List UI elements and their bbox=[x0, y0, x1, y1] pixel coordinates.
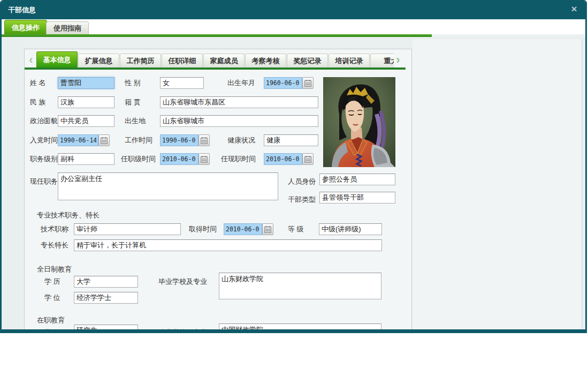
inner-tab-underline bbox=[25, 67, 406, 70]
onjob-school-label: 毕业学校及专业 bbox=[158, 327, 207, 333]
work-start-calendar-icon[interactable] bbox=[198, 134, 210, 146]
party-join-date-input[interactable] bbox=[58, 134, 98, 146]
specialty-label: 专长特长 bbox=[41, 239, 68, 251]
level-date-calendar-icon[interactable] bbox=[198, 153, 210, 165]
health-input[interactable] bbox=[264, 134, 318, 146]
onjob-edu-title: 在职教育 bbox=[37, 315, 65, 326]
tab-training-records[interactable]: 培训记录 bbox=[329, 54, 370, 67]
party-join-calendar-icon[interactable] bbox=[98, 134, 110, 146]
tab-post-details[interactable]: 任职详细 bbox=[162, 54, 203, 67]
onjob-degree-level-label: 学 历 bbox=[44, 327, 60, 333]
gender-label: 性 别 bbox=[125, 77, 141, 89]
political-status-label: 政治面貌 bbox=[30, 115, 58, 127]
dialog-content: ‹ 基本信息 扩展信息 工作简历 任职详细 家庭成员 考察考核 奖惩记录 培训记… bbox=[0, 37, 587, 333]
fulltime-school-textarea[interactable] bbox=[219, 273, 381, 299]
personnel-identity-input[interactable] bbox=[319, 174, 395, 185]
obtain-date-input[interactable] bbox=[224, 223, 262, 235]
fulltime-degree-level-input[interactable] bbox=[74, 276, 138, 288]
level-date-input[interactable] bbox=[160, 153, 198, 165]
cadre-type-label: 干部类型 bbox=[288, 194, 316, 206]
work-start-date-input[interactable] bbox=[160, 134, 198, 146]
ethnicity-label: 民 族 bbox=[30, 96, 46, 108]
fulltime-degree-level-label: 学 历 bbox=[44, 276, 60, 288]
tab-basic-info[interactable]: 基本信息 bbox=[36, 51, 78, 67]
current-post-date-input[interactable] bbox=[264, 153, 302, 165]
birth-date-input[interactable] bbox=[264, 77, 302, 89]
work-start-date-label: 工作时间 bbox=[125, 134, 152, 146]
health-label: 健康状况 bbox=[227, 134, 255, 146]
position-level-label: 职务级别 bbox=[30, 153, 58, 165]
name-input[interactable] bbox=[58, 77, 114, 89]
current-post-calendar-icon[interactable] bbox=[302, 153, 314, 165]
position-level-input[interactable] bbox=[58, 153, 114, 165]
grade-label: 等 级 bbox=[288, 223, 304, 235]
party-join-date-label: 入党时间 bbox=[30, 134, 58, 146]
right-empty-panel bbox=[413, 39, 582, 330]
current-position-textarea[interactable] bbox=[58, 172, 278, 200]
specialty-input[interactable] bbox=[74, 239, 382, 251]
birth-place-input[interactable] bbox=[160, 115, 318, 127]
basic-info-panel: ‹ 基本信息 扩展信息 工作简历 任职详细 家庭成员 考察考核 奖惩记录 培训记… bbox=[24, 49, 412, 333]
current-position-label: 现任职务 bbox=[30, 176, 58, 187]
birth-date-label: 出生年月 bbox=[227, 77, 255, 89]
cadre-info-dialog: 干部信息 × 信息操作 使用指南 ‹ 基本信息 扩展信息 工作简历 任职详细 家… bbox=[0, 0, 587, 333]
tech-title-input[interactable] bbox=[74, 223, 181, 235]
fulltime-school-label: 毕业学校及专业 bbox=[158, 276, 207, 288]
inner-tab-strip: 基本信息 扩展信息 工作简历 任职详细 家庭成员 考察考核 奖惩记录 培训记录 … bbox=[36, 51, 394, 67]
tab-scroll-left-icon[interactable]: ‹ bbox=[26, 54, 36, 67]
tech-section-title: 专业技术职务、特长 bbox=[37, 210, 100, 221]
tab-info-operation[interactable]: 信息操作 bbox=[4, 20, 47, 34]
onjob-school-textarea[interactable] bbox=[219, 323, 381, 333]
native-place-input[interactable] bbox=[160, 96, 318, 108]
cadre-type-input[interactable] bbox=[319, 192, 395, 204]
tech-title-label: 技术职称 bbox=[41, 223, 68, 235]
tab-assessment[interactable]: 考察考核 bbox=[245, 54, 286, 67]
grade-input[interactable] bbox=[319, 223, 382, 235]
tab-usage-guide[interactable]: 使用指南 bbox=[46, 21, 89, 34]
current-post-date-label: 任现职时间 bbox=[221, 153, 256, 165]
tab-work-history[interactable]: 工作简历 bbox=[120, 54, 161, 67]
name-label: 姓 名 bbox=[30, 77, 46, 89]
fulltime-edu-title: 全日制教育 bbox=[37, 264, 72, 275]
dialog-title: 干部信息 bbox=[8, 5, 36, 15]
tab-extended-info[interactable]: 扩展信息 bbox=[78, 54, 119, 67]
native-place-label: 籍 贯 bbox=[125, 96, 141, 108]
ethnicity-input[interactable] bbox=[58, 96, 114, 108]
fulltime-degree-label: 学 位 bbox=[44, 292, 60, 304]
onjob-degree-level-input[interactable] bbox=[74, 325, 138, 333]
cadre-photo bbox=[323, 77, 395, 167]
close-icon[interactable]: × bbox=[568, 3, 581, 16]
birth-date-calendar-icon[interactable] bbox=[302, 77, 314, 89]
level-date-label: 任职级时间 bbox=[121, 153, 156, 165]
obtain-date-calendar-icon[interactable] bbox=[262, 223, 273, 235]
tab-rewards-punishments[interactable]: 奖惩记录 bbox=[287, 54, 328, 67]
tab-family-members[interactable]: 家庭成员 bbox=[203, 54, 245, 67]
personnel-identity-label: 人员身份 bbox=[288, 176, 316, 187]
obtain-date-label: 取得时间 bbox=[189, 223, 217, 235]
birth-place-label: 出生地 bbox=[125, 115, 146, 127]
gender-input[interactable] bbox=[160, 77, 204, 89]
main-tab-bar: 信息操作 使用指南 bbox=[0, 19, 587, 34]
political-status-input[interactable] bbox=[58, 115, 114, 127]
tab-scroll-right-icon[interactable]: › bbox=[393, 54, 403, 67]
dialog-titlebar: 干部信息 × bbox=[0, 0, 587, 19]
fulltime-degree-input[interactable] bbox=[74, 292, 138, 304]
tab-major-events[interactable]: 重大 bbox=[370, 54, 394, 67]
